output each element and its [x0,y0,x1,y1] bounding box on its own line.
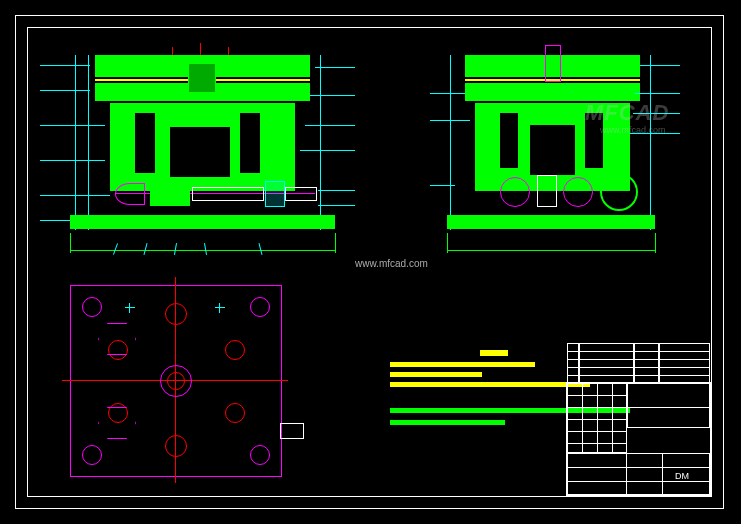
watermark-brand-sub: www.mfcad.com [600,125,666,135]
drawing-number: DM [675,471,689,481]
watermark-url: www.mfcad.com [355,258,428,269]
title-block: DM [566,382,711,496]
top-view [70,285,295,485]
watermark-brand-text: MFCAD [585,100,669,125]
watermark-brand: MFCAD [585,100,669,126]
side-section-view [445,55,675,265]
front-section-view [60,55,350,265]
